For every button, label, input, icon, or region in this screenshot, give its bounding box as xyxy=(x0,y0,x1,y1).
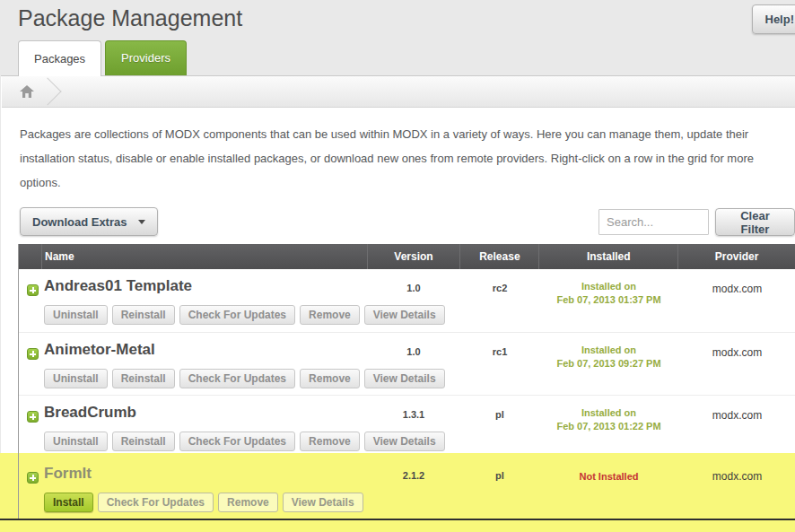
view-details-button[interactable]: View Details xyxy=(283,493,363,512)
home-icon[interactable] xyxy=(20,85,34,98)
grid-header: Name Version Release Installed Provider xyxy=(19,244,795,269)
package-installed-status: Installed on Feb 07, 2013 01:22 PM xyxy=(539,406,678,433)
view-details-button[interactable]: View Details xyxy=(364,432,445,451)
plus-icon[interactable] xyxy=(27,348,39,360)
package-provider: modx.com xyxy=(678,346,795,359)
check-for-updates-button[interactable]: Check For Updates xyxy=(98,493,214,512)
package-installed-status: Installed on Feb 07, 2013 09:27 PM xyxy=(539,344,678,371)
reinstall-button[interactable]: Reinstall xyxy=(112,369,175,388)
grid-body: Andreas01 Template 1.0 rc2 Installed on … xyxy=(19,269,795,519)
package-row[interactable]: Animetor-Metal 1.0 rc1 Installed on Feb … xyxy=(19,332,795,395)
package-provider: modx.com xyxy=(678,409,795,422)
package-name: BreadCrumb xyxy=(44,404,136,422)
tab-bar: Packages Providers xyxy=(18,40,187,76)
package-version: 1.0 xyxy=(367,283,460,293)
package-row[interactable]: FormIt 2.1.2 pl Not Installed modx.com I… xyxy=(19,453,795,519)
column-provider[interactable]: Provider xyxy=(677,244,795,269)
package-provider: modx.com xyxy=(678,283,795,295)
package-row[interactable]: BreadCrumb 1.3.1 pl Installed on Feb 07,… xyxy=(19,395,795,453)
uninstall-button[interactable]: Uninstall xyxy=(44,305,108,325)
reinstall-button[interactable]: Reinstall xyxy=(112,305,175,325)
column-expander xyxy=(19,244,41,269)
package-name: FormIt xyxy=(44,465,92,483)
view-details-button[interactable]: View Details xyxy=(364,305,445,325)
plus-icon[interactable] xyxy=(27,411,39,423)
row-divider-line xyxy=(0,519,795,520)
package-row[interactable]: Andreas01 Template 1.0 rc2 Installed on … xyxy=(19,269,795,332)
package-release: pl xyxy=(460,409,539,420)
remove-button[interactable]: Remove xyxy=(300,369,360,388)
plus-icon[interactable] xyxy=(27,472,39,484)
package-version: 1.3.1 xyxy=(367,409,460,420)
package-release: pl xyxy=(460,470,539,481)
tab-packages[interactable]: Packages xyxy=(18,40,101,76)
caret-down-icon xyxy=(138,220,145,224)
package-version: 2.1.2 xyxy=(367,470,460,481)
install-button[interactable]: Install xyxy=(44,493,93,512)
packages-grid: Name Version Release Installed Provider … xyxy=(18,244,795,519)
package-installed-status: Installed on Feb 07, 2013 01:37 PM xyxy=(539,280,678,307)
chevron-right-icon xyxy=(33,77,61,105)
package-version: 1.0 xyxy=(367,346,460,357)
uninstall-button[interactable]: Uninstall xyxy=(44,432,108,451)
remove-button[interactable]: Remove xyxy=(218,493,278,512)
uninstall-button[interactable]: Uninstall xyxy=(44,369,108,388)
row-actions: UninstallReinstallCheck For UpdatesRemov… xyxy=(44,432,445,451)
help-button[interactable]: Help! xyxy=(752,4,795,34)
tab-providers[interactable]: Providers xyxy=(105,40,187,75)
column-name[interactable]: Name xyxy=(41,244,367,269)
view-details-button[interactable]: View Details xyxy=(364,369,445,388)
row-actions: UninstallReinstallCheck For UpdatesRemov… xyxy=(44,305,445,325)
column-version[interactable]: Version xyxy=(367,244,460,269)
intro-text: Packages are collections of MODX compone… xyxy=(20,122,763,195)
column-release[interactable]: Release xyxy=(459,244,538,269)
package-release: rc1 xyxy=(460,346,539,357)
clear-filter-button[interactable]: Clear Filter xyxy=(715,208,795,236)
check-for-updates-button[interactable]: Check For Updates xyxy=(179,369,295,388)
page-title: Package Management xyxy=(18,5,242,31)
search-input[interactable] xyxy=(598,209,709,235)
package-management-screen: Package Management Help! Packages Provid… xyxy=(0,0,795,532)
row-actions: InstallCheck For UpdatesRemoveView Detai… xyxy=(44,493,363,512)
download-extras-label: Download Extras xyxy=(32,215,127,229)
column-installed[interactable]: Installed xyxy=(538,244,677,269)
reinstall-button[interactable]: Reinstall xyxy=(112,432,175,451)
check-for-updates-button[interactable]: Check For Updates xyxy=(179,432,295,451)
remove-button[interactable]: Remove xyxy=(300,432,360,451)
package-name: Animetor-Metal xyxy=(44,341,155,359)
row-actions: UninstallReinstallCheck For UpdatesRemov… xyxy=(44,369,445,388)
breadcrumb xyxy=(2,76,795,108)
plus-icon[interactable] xyxy=(27,284,39,296)
package-name: Andreas01 Template xyxy=(44,277,192,295)
download-extras-button[interactable]: Download Extras xyxy=(20,207,158,236)
package-release: rc2 xyxy=(460,283,539,293)
package-provider: modx.com xyxy=(678,470,795,483)
package-installed-status: Not Installed xyxy=(539,470,678,484)
remove-button[interactable]: Remove xyxy=(300,305,360,325)
check-for-updates-button[interactable]: Check For Updates xyxy=(179,305,295,325)
